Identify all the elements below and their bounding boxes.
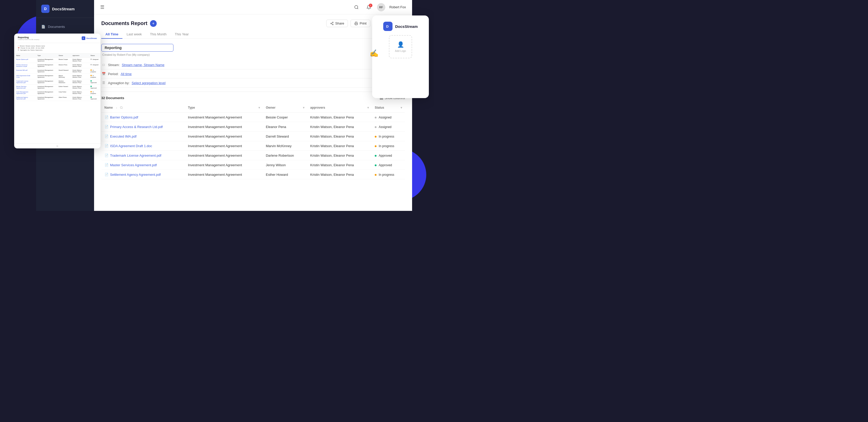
mini-doc-type: Investment Management Agreement	[35, 74, 57, 79]
status-filter-icon[interactable]: ▼	[400, 106, 403, 109]
name-sort-icon[interactable]: ↕	[116, 106, 117, 109]
mini-doc-owner: Darrell Steward	[57, 68, 71, 74]
doc-link[interactable]: 📄 Executed IMA.pdf	[104, 134, 182, 138]
mini-doc-name[interactable]: Barrier Options.pdf	[14, 58, 35, 63]
mini-logo-text: DocsStream	[86, 37, 97, 39]
mini-doc-approvers: Kristin Watson, Eleanor Pena	[70, 68, 88, 74]
doc-status-cell: In progress	[372, 132, 405, 141]
doc-status-cell: Approved	[372, 160, 405, 170]
col-status: Status ▼	[372, 103, 405, 113]
tab-this-month[interactable]: This Month	[146, 30, 170, 39]
add-report-button[interactable]: +	[150, 20, 157, 27]
col-owner: Owner ▼	[262, 103, 307, 113]
doc-link[interactable]: 📄 Trademark License Agreement.pdf	[104, 153, 182, 158]
doc-file-icon: 📄	[104, 153, 108, 158]
period-filter-label: Period:	[108, 72, 119, 76]
docsstream-card-icon: D	[383, 22, 393, 31]
mini-doc-status: In progress	[88, 74, 100, 79]
mini-period-text: Period: 21 Jul, 2020 - 22 Jul, 2020	[21, 47, 44, 49]
mini-doc-type: Investment Management Agreement	[35, 63, 57, 68]
print-button[interactable]: Print	[350, 20, 370, 27]
mini-doc-name[interactable]: Settlement Agency Agreement.pdf	[14, 95, 35, 101]
mini-doc-name[interactable]: Master Services Agreement.pdf	[14, 85, 35, 90]
doc-file-icon: 📄	[104, 163, 108, 167]
doc-name-text: Barrier Options.pdf	[110, 115, 138, 119]
type-filter-icon[interactable]: ▼	[258, 106, 261, 109]
doc-name-cell: 📄 Settlement Agency Agreement.pdf	[101, 170, 185, 179]
mini-doc-type: Investment Management Agreement	[35, 95, 57, 101]
mini-doc-name[interactable]: Trademark License Agreement.pdf	[14, 79, 35, 85]
period-filter-value[interactable]: All time	[121, 72, 132, 76]
owner-filter-icon[interactable]: ▼	[302, 106, 305, 109]
page-header: Documents Report + Share Print Export as…	[94, 15, 412, 27]
doc-status-cell: In progress	[372, 141, 405, 151]
user-name: Robert Fox	[390, 5, 406, 9]
aggregation-filter-value[interactable]: Select agregation level	[132, 81, 166, 85]
doc-link[interactable]: 📄 Master Services Agreement.pdf	[104, 163, 182, 167]
doc-approvers-cell: Kristin Watson, Eleanor Pena	[307, 160, 372, 170]
doc-name-text: Settlement Agency Agreement.pdf	[110, 173, 161, 176]
doc-name-cell: 📄 ISDA Agreement Draft 1.doc	[101, 141, 185, 151]
doc-file-icon: 📄	[104, 144, 108, 148]
mini-doc-owner: Cody Fisher	[57, 90, 71, 95]
doc-link[interactable]: 📄 Settlement Agency Agreement.pdf	[104, 172, 182, 176]
mini-doc-approvers: Kristin Watson, Eleanor Pena	[70, 90, 88, 95]
doc-status-cell: Assigned	[372, 122, 405, 132]
mini-doc-type: Investment Management Agreement	[35, 68, 57, 74]
svg-point-13	[120, 107, 122, 109]
mini-doc-owner: Eleanor Pena	[57, 63, 71, 68]
table-row: 📄 Trademark License Agreement.pdf Invest…	[101, 151, 405, 160]
document-icon: 📄	[41, 25, 45, 29]
doc-name-text: Primary Access & Research Ltd.pdf	[110, 125, 163, 129]
mini-doc-type: Investment Management Agreement	[35, 79, 57, 85]
table-row: 📄 ISDA Agreement Draft 1.doc Investment …	[101, 141, 405, 151]
name-search-icon[interactable]	[119, 106, 123, 110]
mini-doc-name[interactable]: ISDA Agreement Draft 1.doc	[14, 74, 35, 79]
tab-all-time[interactable]: All Time	[101, 30, 122, 39]
status-dot	[375, 164, 376, 166]
doc-link[interactable]: 📄 Barrier Options.pdf	[104, 115, 182, 119]
mini-doc-status: Assigned	[88, 58, 100, 63]
status-text: Assigned	[379, 116, 392, 119]
col-type: Type ▼	[185, 103, 262, 113]
mini-doc-type: Investment Management Agreement	[35, 85, 57, 90]
doc-name-cell: 📄 Executed IMA.pdf	[101, 132, 185, 141]
mini-table-row: Barrier Options.pdf Investment Managemen…	[14, 58, 100, 63]
mini-table-row: Settlement Agency Agreement.pdf Investme…	[14, 95, 100, 101]
tab-last-week[interactable]: Last week	[122, 30, 146, 39]
tab-this-year[interactable]: This Year	[170, 30, 193, 39]
doc-type-cell: Investment Management Agreement	[185, 141, 262, 151]
mini-aggregation-text: Agreagtion by: Name, Approvers	[20, 49, 42, 51]
topbar-actions: 1 RF Robert Fox	[352, 3, 406, 11]
doc-owner-cell: Marvin McKinney	[262, 141, 307, 151]
svg-rect-12	[380, 99, 381, 100]
docsstream-card-name: DocsStream	[395, 24, 418, 29]
add-logo-area[interactable]: 👤 Add Logo	[389, 35, 412, 58]
doc-link[interactable]: 📄 ISDA Agreement Draft 1.doc	[104, 144, 182, 148]
mini-col-owner: Owner	[57, 54, 71, 58]
table-row: 📄 Master Services Agreement.pdf Investme…	[101, 160, 405, 170]
sidebar-item-documents[interactable]: 📄 Documents	[36, 22, 94, 31]
report-name-left: Created by Robert Fox (My company)	[101, 44, 174, 56]
print-label: Print	[360, 22, 367, 25]
stream-filter-value[interactable]: Stream name, Stream Name	[122, 63, 164, 67]
notifications-button[interactable]: 1	[365, 3, 373, 11]
report-name-input[interactable]	[101, 44, 174, 52]
mini-doc-name[interactable]: Primary Access & Research Ltd.pdf	[14, 63, 35, 68]
doc-link[interactable]: 📄 Primary Access & Research Ltd.pdf	[104, 125, 182, 129]
mini-doc-approvers: Kristin Watson, Eleanor Pena	[70, 74, 88, 79]
menu-icon[interactable]: ☰	[100, 4, 104, 10]
doc-approvers-cell: Kristin Watson, Eleanor Pena	[307, 132, 372, 141]
page-title: Documents Report	[101, 20, 147, 26]
page-title-row: Documents Report +	[101, 20, 157, 27]
mini-doc-approvers: Kristin Watson, Eleanor Pena	[70, 95, 88, 101]
mini-panel-logo: D DocsStream	[82, 36, 97, 40]
share-button[interactable]: Share	[326, 20, 348, 27]
period-filter-icon: 📅	[101, 72, 106, 76]
report-name-section: Created by Robert Fox (My company) ▢ ▦	[101, 44, 405, 56]
search-button[interactable]	[352, 3, 361, 11]
mini-doc-name[interactable]: Cash Management Agreement.pdf	[14, 90, 35, 95]
sidebar-app-name: DocsStream	[52, 7, 75, 11]
mini-doc-name[interactable]: Executed IMA.pdf	[14, 68, 35, 74]
approvers-filter-icon[interactable]: ▼	[367, 106, 370, 109]
